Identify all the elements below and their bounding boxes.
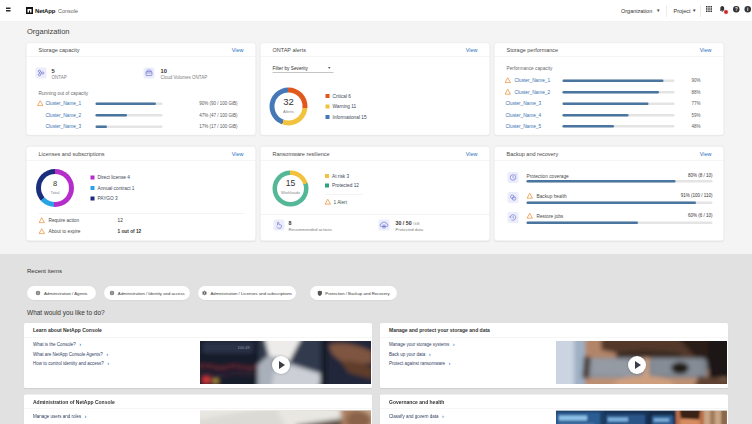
svg-text:100.49: 100.49	[238, 345, 251, 350]
